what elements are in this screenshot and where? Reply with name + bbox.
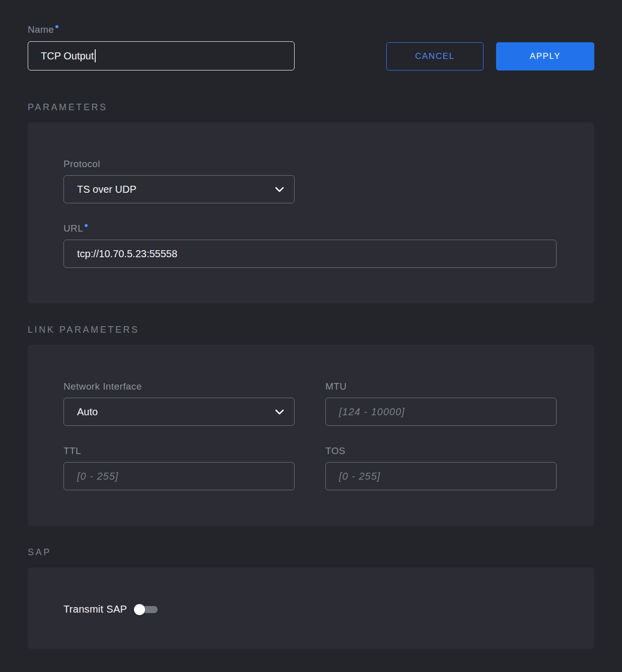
parameters-panel: Protocol TS over UDP URL — [28, 122, 594, 304]
chevron-down-icon — [275, 409, 284, 415]
cancel-button[interactable]: CANCEL — [386, 42, 483, 70]
transmit-sap-label: Transmit SAP — [63, 604, 127, 615]
url-field-group: URL — [63, 223, 558, 268]
network-interface-select-value: Auto — [77, 406, 98, 418]
network-interface-field-group: Network Interface Auto — [63, 381, 295, 426]
name-input-value: TCP Output — [41, 50, 94, 62]
form-header: Name TCP Output CANCEL APPLY — [28, 24, 594, 70]
section-title-link-parameters: LINK PARAMETERS — [28, 325, 594, 335]
tos-label: TOS — [325, 445, 557, 457]
link-parameters-grid: Network Interface Auto MTU TTL TOS — [63, 381, 558, 490]
mtu-field-group: MTU — [325, 381, 557, 426]
tos-field-group: TOS — [325, 445, 557, 490]
action-buttons: CANCEL APPLY — [386, 42, 594, 70]
link-parameters-panel: Network Interface Auto MTU TTL TOS — [28, 345, 594, 526]
mtu-input[interactable] — [325, 398, 557, 426]
ttl-label: TTL — [63, 445, 295, 457]
ttl-field-group: TTL — [63, 445, 295, 490]
tos-input[interactable] — [325, 462, 557, 490]
text-caret — [95, 49, 96, 62]
transmit-sap-toggle[interactable] — [134, 604, 158, 615]
protocol-label: Protocol — [63, 159, 558, 170]
section-title-parameters: PARAMETERS — [28, 102, 594, 113]
name-input[interactable]: TCP Output — [28, 41, 295, 70]
sap-panel: Transmit SAP — [28, 567, 594, 649]
url-input[interactable] — [63, 240, 557, 268]
protocol-select[interactable]: TS over UDP — [63, 175, 295, 203]
name-label: Name — [28, 24, 295, 35]
url-label-text: URL — [63, 223, 83, 234]
toggle-knob — [134, 604, 145, 615]
ttl-input[interactable] — [63, 462, 295, 490]
apply-button[interactable]: APPLY — [496, 42, 594, 70]
required-dot-icon — [55, 25, 58, 28]
network-interface-label: Network Interface — [63, 381, 295, 392]
url-label: URL — [63, 223, 558, 234]
protocol-select-value: TS over UDP — [77, 184, 136, 195]
transmit-sap-row: Transmit SAP — [63, 604, 558, 615]
name-field-group: Name TCP Output — [28, 24, 295, 70]
mtu-label: MTU — [325, 381, 557, 392]
network-interface-select[interactable]: Auto — [63, 398, 295, 426]
section-title-sap: SAP — [28, 547, 594, 558]
name-label-text: Name — [28, 24, 54, 35]
required-dot-icon — [85, 224, 88, 227]
output-settings-form: Name TCP Output CANCEL APPLY PARAMETERS … — [0, 0, 622, 649]
chevron-down-icon — [275, 187, 284, 192]
